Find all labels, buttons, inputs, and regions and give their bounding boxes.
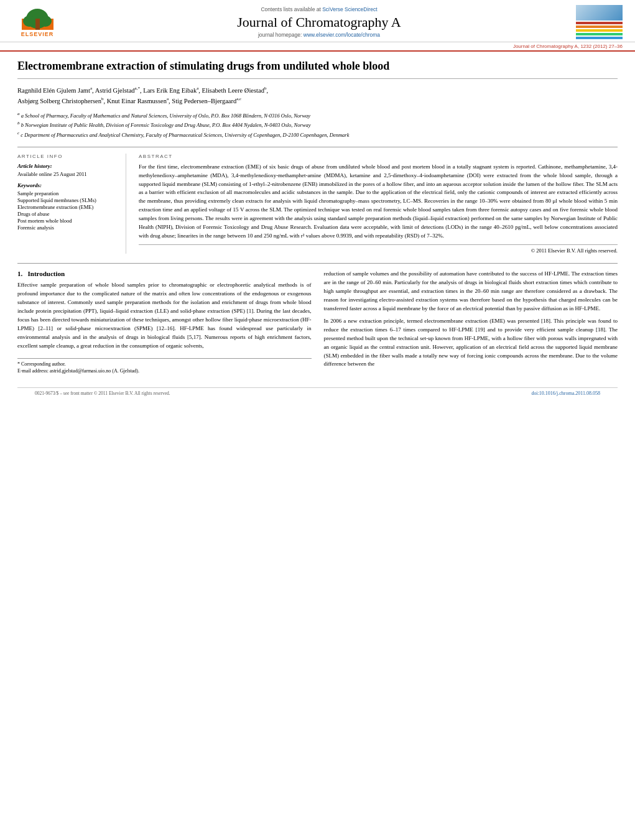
keyword-0: Sample preparation <box>17 190 118 196</box>
keyword-2: Electromembrane extraction (EME) <box>17 204 118 210</box>
article-info-column: ARTICLE INFO Article history: Available … <box>17 154 126 254</box>
affil-sup-a3: a <box>197 86 198 91</box>
bottom-bar: 0021-9673/$ – see front matter © 2011 El… <box>17 387 618 399</box>
body-two-col: 1. Introduction Effective sample prepara… <box>17 270 618 375</box>
copyright-line: © 2011 Elsevier B.V. All rights reserved… <box>139 244 618 254</box>
cover-image-stripes <box>576 22 623 39</box>
affil-sup-a4: a <box>167 96 169 101</box>
intro-para-3: In 2006 a new extraction principle, term… <box>324 317 618 369</box>
svg-rect-4 <box>35 19 40 30</box>
homepage-link[interactable]: www.elsevier.com/locate/chroma <box>304 32 380 38</box>
author-5: Asbjørg Solberg Christophersen <box>17 97 101 104</box>
article-info-abstract-section: ARTICLE INFO Article history: Available … <box>17 147 618 254</box>
footnotes-block: * Corresponding author. E-mail address: … <box>17 358 312 374</box>
cover-image-top <box>576 5 623 21</box>
author-7: Stig Pedersen–Bjergaard <box>172 97 236 104</box>
stripe-2 <box>576 25 623 28</box>
cover-image-block <box>576 5 623 39</box>
article-title: Electromembrane extraction of stimulatin… <box>17 59 618 79</box>
stripe-4 <box>576 33 623 35</box>
elsevier-text-label: ELSEVIER <box>21 31 54 37</box>
corresponding-star: * <box>137 86 140 91</box>
svg-point-2 <box>23 16 35 27</box>
abstract-column: ABSTRACT For the first time, electromemb… <box>139 154 618 254</box>
elsevier-logo: ELSEVIER <box>12 5 62 39</box>
journal-header: ELSEVIER Contents lists available at Sci… <box>0 0 635 42</box>
author-1: Ragnhild Elén Gjulem Jamt <box>17 87 90 94</box>
corresponding-author-note: * Corresponding author. <box>17 361 312 367</box>
affil-c: c c Department of Pharmaceutics and Anal… <box>17 130 618 139</box>
journal-center: Contents lists available at SciVerse Sci… <box>62 6 576 38</box>
keywords-label: Keywords: <box>17 182 118 188</box>
stripe-5 <box>576 37 623 39</box>
body-content: 1. Introduction Effective sample prepara… <box>17 263 618 375</box>
affil-sup-ac: a,c <box>236 96 241 101</box>
keyword-1: Supported liquid membranes (SLMs) <box>17 197 118 203</box>
body-col-right: reduction of sample volumes and the poss… <box>324 270 618 375</box>
svg-point-3 <box>39 16 52 27</box>
email-note: E-mail address: astrid.gjelstad@farmasi.… <box>17 368 312 374</box>
sciverse-link[interactable]: SciVerse ScienceDirect <box>322 6 377 12</box>
affil-sup-b1: b <box>264 86 267 91</box>
affiliations-block: a a School of Pharmacy, Faculty of Mathe… <box>17 111 618 139</box>
author-3: Lars Erik Eng Eibak <box>143 87 197 94</box>
journal-title-display: Journal of Chromatography A <box>68 14 570 30</box>
section-1-title: 1. Introduction <box>17 270 312 277</box>
sciverse-line: Contents lists available at SciVerse Sci… <box>68 6 570 12</box>
authors-line: Ragnhild Elén Gjulem Jamta, Astrid Gjels… <box>17 85 618 106</box>
keyword-4: Post mortem whole blood <box>17 218 118 224</box>
doi-line: doi:10.1016/j.chroma.2011.08.058 <box>531 390 600 396</box>
keyword-3: Drugs of abuse <box>17 211 118 217</box>
author-4: Elisabeth Leere Øiestad <box>202 87 264 94</box>
author-2: Astrid Gjelstad <box>95 87 135 94</box>
stripe-3 <box>576 29 623 32</box>
article-history-label: Article history: <box>17 163 118 169</box>
keyword-5: Forensic analysis <box>17 224 118 231</box>
affil-sup-b2: b <box>101 96 104 101</box>
author-6: Knut Einar Rasmussen <box>107 97 167 104</box>
elsevier-tree-icon <box>21 7 55 31</box>
available-online-text: Available online 25 August 2011 <box>17 171 118 177</box>
intro-para-1: Effective sample preparation of whole bl… <box>17 281 312 351</box>
affil-sup-a: a <box>90 86 92 91</box>
article-info-label: ARTICLE INFO <box>17 154 118 159</box>
journal-homepage-line: journal homepage: www.elsevier.com/locat… <box>68 32 570 38</box>
main-content: Electromembrane extraction of stimulatin… <box>0 52 635 411</box>
affil-a: a a School of Pharmacy, Faculty of Mathe… <box>17 111 618 120</box>
stripe-1 <box>576 22 623 24</box>
abstract-label: ABSTRACT <box>139 154 618 159</box>
bottom-copyright: 0021-9673/$ – see front matter © 2011 El… <box>35 390 170 396</box>
affil-b: b b Norwegian Institute of Public Health… <box>17 120 618 129</box>
intro-para-2: reduction of sample volumes and the poss… <box>324 270 618 313</box>
citation-line: Journal of Chromatography A, 1232 (2012)… <box>0 42 635 52</box>
abstract-text: For the first time, electromembrane extr… <box>139 163 618 241</box>
body-col-left: 1. Introduction Effective sample prepara… <box>17 270 312 375</box>
